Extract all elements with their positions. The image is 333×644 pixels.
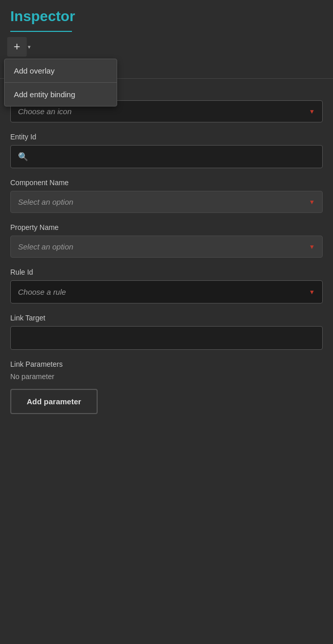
link-parameters-label: Link Parameters xyxy=(10,360,323,368)
rule-id-select[interactable]: Choose a rule ▼ xyxy=(10,280,323,303)
component-name-select[interactable]: Select an option ▼ xyxy=(10,191,323,213)
add-button[interactable]: + xyxy=(7,37,27,57)
caret-icon: ▾ xyxy=(28,44,31,50)
rule-id-field: Rule Id Choose a rule ▼ xyxy=(10,268,323,303)
property-name-label: Property Name xyxy=(10,223,323,231)
component-name-label: Component Name xyxy=(10,178,323,187)
property-name-select[interactable]: Select an option ▼ xyxy=(10,236,323,258)
rule-id-label: Rule Id xyxy=(10,268,323,276)
header: Inspector xyxy=(0,0,333,32)
link-target-input[interactable] xyxy=(10,326,323,350)
link-target-field: Link Target xyxy=(10,314,323,350)
property-name-field: Property Name Select an option ▼ xyxy=(10,223,323,258)
property-name-chevron: ▼ xyxy=(309,243,315,251)
link-target-label: Link Target xyxy=(10,314,323,322)
component-name-chevron: ▼ xyxy=(309,199,315,206)
default-icon-chevron: ▼ xyxy=(309,108,315,115)
no-parameter-text: No parameter xyxy=(10,372,323,381)
main-content: Default Icon Choose an icon ▼ Entity Id … xyxy=(0,79,333,434)
page-title: Inspector xyxy=(10,8,323,31)
entity-id-search-control: 🔍 xyxy=(10,145,323,168)
search-icon: 🔍 xyxy=(18,152,28,162)
component-name-placeholder: Select an option xyxy=(18,198,73,206)
plus-icon: + xyxy=(14,40,21,53)
dropdown-menu: Add overlay Add entity binding xyxy=(4,59,117,106)
link-parameters-field: Link Parameters No parameter Add paramet… xyxy=(10,360,323,414)
toolbar: + ▾ Add overlay Add entity binding xyxy=(0,32,333,62)
component-name-field: Component Name Select an option ▼ xyxy=(10,178,323,213)
add-parameter-label: Add parameter xyxy=(27,397,81,406)
rule-id-chevron: ▼ xyxy=(309,289,315,296)
add-overlay-item[interactable]: Add overlay xyxy=(5,59,117,83)
add-entity-binding-item[interactable]: Add entity binding xyxy=(5,83,117,106)
entity-id-input[interactable] xyxy=(33,153,315,161)
entity-id-label: Entity Id xyxy=(10,133,323,141)
property-name-placeholder: Select an option xyxy=(18,242,73,251)
add-parameter-button[interactable]: Add parameter xyxy=(10,389,98,414)
entity-id-field: Entity Id 🔍 xyxy=(10,133,323,168)
default-icon-placeholder: Choose an icon xyxy=(18,107,71,116)
rule-id-placeholder: Choose a rule xyxy=(18,288,66,296)
